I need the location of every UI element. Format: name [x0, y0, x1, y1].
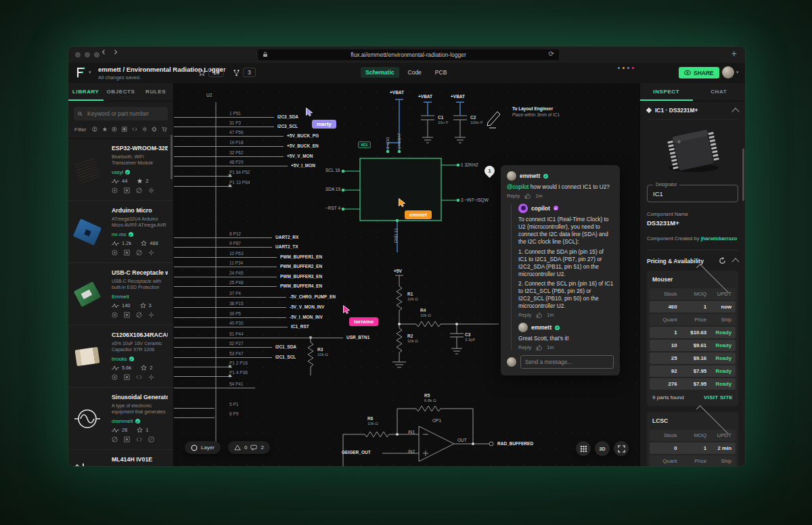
grid-toggle-button[interactable]	[576, 441, 591, 456]
library-scrollbar[interactable]	[171, 135, 173, 179]
net-label[interactable]: ✕	[228, 364, 231, 369]
lcsc-header[interactable]: LCSC	[647, 412, 738, 428]
net-label[interactable]: +VBAT	[418, 94, 432, 99]
schematic-canvas[interactable]: 1 P51 I2C3_SDA 31 P3 I2C3_SCL 47 P56 +5V…	[174, 83, 639, 466]
list-item[interactable]: Arduino Micro ATmega32U4 Arduino Micro A…	[68, 201, 173, 263]
back-icon[interactable]	[101, 49, 110, 55]
net-label[interactable]: -5V_CHRG_PUMP_EN	[290, 294, 336, 299]
net-label[interactable]: I2C1_SDA	[275, 344, 296, 349]
component-ref[interactable]: R410k Ω	[420, 308, 431, 318]
reply-link[interactable]: Reply	[518, 344, 531, 350]
reload-icon[interactable]: ⟳	[549, 50, 554, 58]
fullscreen-button[interactable]	[614, 441, 629, 456]
list-item[interactable]: C1206X106J4RACAUTO ±5% 10uF 16V Ceramic …	[68, 325, 173, 388]
designator-value[interactable]: IC1	[653, 190, 732, 198]
net-label[interactable]: ✕	[228, 173, 231, 179]
component-ref[interactable]: C2100n F	[470, 115, 483, 125]
forward-icon[interactable]	[113, 49, 122, 55]
net-label[interactable]: GEIGER_OUT	[342, 450, 371, 455]
part-action-icons[interactable]	[112, 250, 168, 256]
tab-code[interactable]: Code	[403, 67, 426, 78]
profile-menu[interactable]: ▾	[722, 66, 739, 78]
component-ref[interactable]: C33.3pF	[465, 332, 475, 342]
net-label[interactable]: +5V_BUCK_PG	[287, 133, 319, 138]
fork-widget[interactable]: 3	[233, 68, 256, 77]
net-label[interactable]: PWM_BUFFER1_EN	[280, 254, 322, 259]
tab-objects[interactable]: OBJECTS	[104, 83, 139, 101]
part-action-icons[interactable]	[112, 312, 168, 318]
thumbs-up-icon[interactable]	[536, 312, 542, 318]
component-ref[interactable]: R56.8k Ω	[424, 393, 436, 403]
tab-chat[interactable]: CHAT	[693, 83, 746, 101]
layout-note[interactable]: To Layout Engineer Place within 3mm of I…	[487, 106, 560, 117]
library-search[interactable]	[74, 107, 168, 120]
mouser-header[interactable]: Mouser	[647, 271, 738, 287]
net-label[interactable]: PWM_BUFFER2_EN	[280, 264, 322, 269]
chevron-up-icon[interactable]	[731, 258, 739, 265]
net-label[interactable]: +5V	[394, 269, 402, 273]
avatar[interactable]	[623, 67, 625, 69]
thumbs-up-icon[interactable]	[536, 344, 542, 350]
visit-site-link[interactable]: VISIT SITE	[704, 394, 733, 401]
list-item[interactable]: ML414H IV01E Coin, 4.8mm 3 V Lithium Bat…	[68, 450, 173, 466]
net-label[interactable]: -5V_V_MON_INV	[290, 304, 324, 309]
part-action-icons[interactable]	[112, 187, 168, 193]
3d-view-button[interactable]: 3D	[595, 441, 610, 456]
net-label[interactable]: +5V_BUCK_EN	[287, 143, 319, 148]
list-item[interactable]: ESP32-WROOM-32E Bluetooth, WiFi Transcei…	[68, 139, 173, 201]
chevron-up-icon[interactable]	[731, 108, 739, 115]
net-label[interactable]: +VBAT	[451, 94, 465, 99]
part-action-icons[interactable]	[112, 436, 168, 442]
net-label[interactable]: +VBAT	[390, 90, 404, 95]
tab-schematic[interactable]: Schematic	[361, 67, 399, 78]
tab-inspect[interactable]: INSPECT	[640, 83, 693, 101]
net-label[interactable]: +5V_I_MON	[291, 163, 315, 168]
net-label[interactable]: UART2_TX	[275, 244, 298, 249]
footprint-filter-icon[interactable]	[122, 126, 127, 133]
tab-library[interactable]: LIBRARY	[68, 83, 104, 101]
list-item[interactable]: Sinusoidal Generator A type of electroni…	[68, 388, 173, 450]
flux-logo[interactable]: ▾	[75, 66, 91, 78]
search-input[interactable]	[86, 110, 164, 118]
avatar[interactable]	[618, 67, 620, 69]
thumbs-up-icon[interactable]	[524, 193, 531, 199]
status-badges[interactable]: 0 2	[228, 441, 270, 454]
component-ref[interactable]: R210k Ω	[407, 334, 418, 344]
star-widget[interactable]: 10	[198, 68, 224, 77]
chip-filter-icon[interactable]	[152, 126, 157, 133]
url-bar[interactable]: flux.ai/emmett/environmental-radiation-l…	[258, 49, 559, 60]
net-label[interactable]: +5V_V_MON	[287, 154, 313, 158]
component-section-header[interactable]: IC1 · DS3231M+	[647, 101, 738, 120]
component-ref[interactable]: C110n F	[438, 115, 448, 125]
net-label[interactable]: IC1_RST	[291, 324, 309, 329]
reply-link[interactable]: Reply	[518, 312, 531, 318]
inspect-scrollbar[interactable]	[742, 148, 744, 201]
comment-anchor-pin[interactable]: 1	[482, 164, 497, 178]
reply-link[interactable]: Reply	[507, 193, 520, 199]
gear-filter-icon[interactable]	[142, 126, 148, 133]
net-label[interactable]: PWM_BUFFER4_EN	[280, 283, 322, 288]
tab-rules[interactable]: RULES	[138, 83, 173, 101]
new-tab-icon[interactable]: +	[731, 48, 737, 59]
net-label[interactable]: ✕	[228, 183, 231, 189]
designator-field[interactable]: Designator IC1	[647, 185, 738, 202]
net-label[interactable]: I2C3_SCL	[277, 124, 298, 129]
refresh-icon[interactable]	[719, 257, 726, 265]
component-ref[interactable]: R610k Ω	[367, 416, 378, 426]
net-label[interactable]: RAD_BUFFERED	[497, 441, 533, 446]
avatar[interactable]	[632, 67, 634, 69]
net-label[interactable]: I2C1_SCL	[275, 355, 296, 359]
user-filter-icon[interactable]	[92, 126, 97, 133]
creator-link[interactable]: jharwinbarrozo	[701, 235, 738, 242]
tab-pcb[interactable]: PCB	[430, 67, 451, 78]
cart-filter-icon[interactable]	[162, 126, 167, 133]
avatar[interactable]	[627, 67, 629, 69]
list-item[interactable]: USB-C Receptacle with... USB-C Receptacl…	[68, 263, 173, 325]
code-filter-icon[interactable]	[132, 126, 137, 133]
component-ref[interactable]: R110k Ω	[407, 292, 418, 302]
comment-input[interactable]	[520, 355, 614, 369]
net-label[interactable]: UART2_RX	[275, 235, 298, 239]
ic1-badge[interactable]: IC1	[358, 141, 371, 148]
net-label[interactable]: I2C3_SDA	[277, 114, 298, 119]
part-action-icons[interactable]	[112, 374, 168, 380]
